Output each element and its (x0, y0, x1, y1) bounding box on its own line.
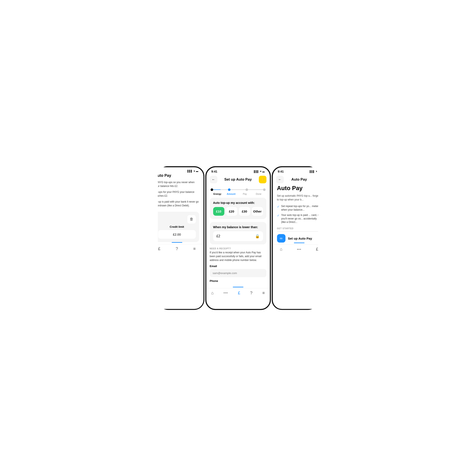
center-wifi-icon: ▾ (260, 170, 261, 173)
center-header-title: Set up Auto Pay (224, 177, 252, 182)
email-input[interactable] (210, 269, 266, 277)
left-text-2: op-ups for your PAYG your balance reache… (155, 190, 199, 198)
left-phone: ▌▌▌ ▾ ▬ Auto Pay c PAYG top-ups so you n… (150, 166, 204, 310)
receipt-section: NEED A RECEIPT? If you'd like a receipt … (210, 247, 266, 286)
step-label-amount: Amount (224, 193, 238, 195)
right-battery-icon: ▬ (318, 170, 321, 173)
right-signal-icon: ▌▌▌ (310, 170, 315, 173)
steps-row (206, 185, 270, 192)
center-nav-dots-icon[interactable]: ••• (224, 291, 228, 295)
right-nav-home-icon[interactable]: ⌂ (280, 247, 283, 252)
center-battery-icon: ▬ (262, 170, 265, 173)
topup-card: Auto top-up my account with: £10 £20 £30… (210, 198, 266, 219)
nav-menu-icon[interactable]: ≡ (193, 246, 196, 251)
right-nav-dots-icon[interactable]: ••• (297, 248, 302, 251)
amount-other-button[interactable]: Other (252, 207, 263, 216)
right-bottom-nav: ⌂ ••• £ (273, 244, 326, 256)
setup-btn-icon: ∞ (277, 234, 286, 242)
center-status-bar: 9:41 ▌▌▌ ▾ ▬ (206, 167, 270, 174)
left-text-1: c PAYG top-ups so you never when your ba… (155, 180, 199, 188)
right-status-icons: ▌▌▌ ▾ ▬ (310, 170, 320, 173)
lightning-icon: ⚡ (260, 177, 265, 181)
check-text-2: Your auto top-up is paid ... card, so yo… (281, 213, 322, 224)
signal-icon: ▌▌▌ (187, 170, 192, 172)
check-item-2: ✓ Your auto top-up is paid ... card, so … (277, 213, 322, 224)
balance-card: When my balance is lower than: £2 🔒 (210, 222, 266, 244)
step-label-energy: Energy (211, 193, 224, 195)
step-line-1 (213, 189, 228, 190)
right-status-bar: 9:41 ▌▌▌ ▾ ▬ (273, 167, 326, 174)
center-status-icons: ▌▌▌ ▾ ▬ (254, 170, 265, 173)
right-phone: 9:41 ▌▌▌ ▾ ▬ ← Auto Pay Auto Pay Set up … (272, 166, 327, 310)
battery-icon: ▬ (196, 170, 198, 172)
trash-icon: 🗑 (190, 217, 193, 221)
step-dot-pay (245, 188, 248, 191)
balance-card-title: When my balance is lower than: (213, 225, 263, 229)
step-label-pay: Pay (238, 193, 252, 195)
left-bottom-nav: £ ? ≡ (151, 244, 204, 255)
step-line-2 (231, 189, 245, 190)
right-top-bar: ← Auto Pay (273, 174, 326, 185)
amount-10-button[interactable]: £10 (213, 207, 224, 216)
infinity-icon: ∞ (280, 236, 283, 241)
step-dot-amount (228, 188, 231, 191)
amount-30-button[interactable]: £30 (239, 207, 250, 216)
center-phone-content: Auto top-up my account with: £10 £20 £30… (206, 198, 270, 286)
amount-20-button[interactable]: £20 (226, 207, 237, 216)
center-nav-help-icon[interactable]: ? (250, 290, 253, 295)
setup-btn-label: Set up Auto Pay (288, 237, 312, 240)
center-nav-menu-icon[interactable]: ≡ (262, 290, 265, 295)
left-phone-title: Auto Pay (155, 173, 199, 178)
center-bottom-nav: ⌂ ••• £ ? ≡ (206, 288, 270, 300)
credit-card-section: 🗑 Credit limit £2.00 (155, 212, 199, 242)
right-header-title: Auto Pay (291, 177, 307, 182)
check-text-1: Set repeat top-ups for yo... meter when … (281, 204, 322, 212)
lightning-button[interactable]: ⚡ (259, 176, 266, 183)
get-started-divider (277, 231, 322, 232)
right-back-button[interactable]: ← (276, 176, 284, 183)
checkmark-icon-2: ✓ (277, 214, 280, 217)
checkmark-icon-1: ✓ (277, 205, 280, 208)
credit-limit-value: £2.00 (158, 230, 196, 239)
center-nav-home-icon[interactable]: ⌂ (211, 290, 214, 295)
trash-button[interactable]: 🗑 (187, 215, 196, 223)
right-wifi-icon: ▾ (316, 170, 317, 173)
receipt-section-label: NEED A RECEIPT? (210, 247, 266, 250)
step-dot-done (263, 188, 266, 191)
amount-options: £10 £20 £30 Other (213, 207, 263, 216)
right-content: Auto Pay Set up automatic PAYG top-u... … (273, 185, 326, 243)
left-status-icons: ▌▌▌ ▾ ▬ (187, 170, 198, 172)
nav-pound-icon[interactable]: £ (158, 246, 160, 251)
balance-value: £2 (217, 234, 220, 238)
step-dot-energy (211, 188, 213, 191)
center-top-bar: ← Set up Auto Pay ⚡ (206, 174, 270, 185)
step-line-3 (248, 189, 263, 190)
setup-autopay-button[interactable]: ∞ Set up Auto Pay (277, 234, 322, 242)
phones-container: ▌▌▌ ▾ ▬ Auto Pay c PAYG top-ups so you n… (122, 166, 354, 310)
autopay-title: Auto Pay (277, 185, 322, 192)
center-nav-pound-icon[interactable]: £ (238, 290, 240, 295)
check-item-1: ✓ Set repeat top-ups for yo... meter whe… (277, 204, 322, 212)
lock-icon: 🔒 (255, 234, 260, 238)
center-time: 9:41 (211, 170, 217, 173)
balance-row: £2 🔒 (213, 231, 263, 241)
center-phone: 9:41 ▌▌▌ ▾ ▬ ← Set up Auto Pay ⚡ (205, 166, 271, 310)
center-signal-icon: ▌▌▌ (254, 170, 259, 173)
left-content: Auto Pay c PAYG top-ups so you never whe… (151, 173, 204, 242)
right-nav-pound-icon[interactable]: £ (316, 247, 318, 252)
email-label: Email (210, 265, 266, 268)
steps-labels: Energy Amount Pay Done (206, 192, 270, 198)
right-back-icon: ← (278, 178, 282, 181)
phone-label: Phone (210, 279, 266, 283)
credit-limit-label: Credit limit (158, 225, 196, 228)
right-time: 9:41 (278, 170, 284, 173)
step-label-done: Done (252, 193, 266, 195)
topup-card-title: Auto top-up my account with: (213, 201, 263, 204)
nav-help-icon[interactable]: ? (176, 246, 178, 251)
left-status-bar: ▌▌▌ ▾ ▬ (151, 167, 204, 173)
autopay-description: Set up automatic PAYG top-u... forget to… (277, 194, 322, 202)
center-back-icon: ← (212, 178, 215, 181)
center-back-button[interactable]: ← (210, 176, 217, 183)
get-started-label: GET STARTED (277, 227, 322, 230)
wifi-icon: ▾ (194, 170, 195, 172)
